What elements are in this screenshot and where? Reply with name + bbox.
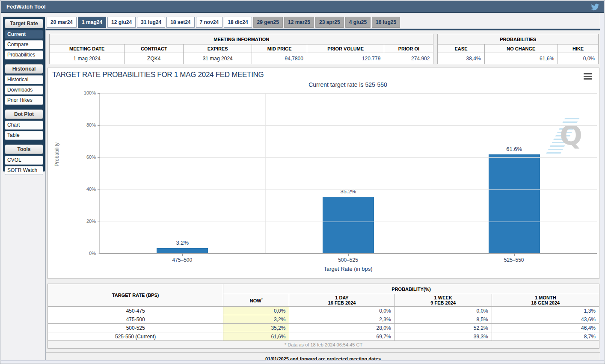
gridline [100,189,597,190]
sidebar-section-tools: ToolsCVOLSOFR Watch [5,145,43,175]
y-tick-label: 60% [76,154,96,160]
y-tick [98,222,100,222]
y-tick [98,254,100,254]
panel-title: MEETING INFORMATION [50,34,433,44]
y-tick-label: 100% [76,90,96,95]
rate-label: 450-475 [48,307,223,315]
y-tick-label: 40% [76,186,96,192]
prob-value-now: 3,2% [223,315,289,324]
horizontal-scrollbar[interactable] [1,360,604,363]
tab-29-gen25[interactable]: 29 gen25 [253,17,283,28]
value-prior-volume: 120.779 [307,53,384,64]
sidebar-item-table[interactable]: Table [5,131,43,140]
tab-31-lug24[interactable]: 31 lug24 [137,17,165,28]
prob-value-1-month: 8,7% [492,332,599,341]
column-header-1-month: 1 MONTH18 GEN 2024 [492,294,599,307]
prob-value-1-week: 52,2% [394,324,492,332]
twitter-icon[interactable] [591,3,599,11]
gridline [100,157,597,158]
prob-value-1-day: 0,0% [289,307,394,315]
sidebar-item-downloads[interactable]: Downloads [5,86,43,95]
prob-value-1-month: 43,6% [492,315,599,324]
column-header-expires: EXPIRES [184,44,252,53]
sidebar-header-target-rate: Target Rate [5,19,43,28]
y-tick-label: 0% [76,251,96,256]
gridline [100,125,597,126]
sidebar-item-current[interactable]: Current [5,30,43,39]
table-row-450-475: 450-4750,0%0,0%0,0%1,3% [48,307,599,315]
sidebar-item-sofr-watch[interactable]: SOFR Watch [5,166,43,175]
sidebar-section-target-rate: Target RateCurrentCompareProbabilities [5,19,43,59]
prob-value-1-month: 1,3% [492,307,599,315]
vertical-scrollbar[interactable] [600,14,604,363]
y-tick-label: 20% [76,219,96,224]
column-header-mid-price: MID PRICE [252,44,307,53]
prob-value-1-week: 39,3% [394,332,492,341]
sidebar-section-historical: HistoricalHistoricalDownloadsPrior Hikes [5,64,43,105]
bar-columns: 3.2%35.2%61.6% [100,93,597,253]
value-expires: 31 mag 2024 [184,53,252,64]
tab-23-apr25[interactable]: 23 apr25 [315,17,344,28]
tab-4-giu25[interactable]: 4 giu25 [345,17,371,28]
meeting-date-tabs: 20 mar241 mag2412 giu2431 lug2418 set247… [47,17,599,29]
probabilities-summary-table: PROBABILITIESEASENO CHANGEHIKE38,4%61,6%… [437,34,599,64]
value-meeting-date: 1 mag 2024 [50,53,125,64]
prob-value-1-week: 0,0% [394,307,492,315]
prob-value-1-week: 8,5% [394,315,492,324]
tab-12-mar25[interactable]: 12 mar25 [284,17,314,28]
value-contract: ZQK4 [125,53,184,64]
target-rate-bps-header: TARGET RATE (BPS) [48,284,223,307]
value-no-change: 61,6% [484,53,558,64]
tab-7-nov24[interactable]: 7 nov24 [196,17,223,28]
x-tick-label: 475–500 [99,257,265,263]
prob-value-now: 35,2% [223,324,289,332]
tab-16-lug25[interactable]: 16 lug25 [372,17,400,28]
value-hike: 0,0% [558,53,599,64]
sidebar-item-compare[interactable]: Compare [5,40,43,49]
y-tick [98,125,100,126]
column-header-now: NOW* [223,294,289,307]
sidebar-item-cvol[interactable]: CVOL [5,156,43,165]
value-mid-price: 94,7800 [252,53,307,64]
bar-column-525-550: 61.6% [431,93,597,253]
bar-value-label: 61.6% [431,146,597,152]
tab-20-mar24[interactable]: 20 mar24 [47,17,77,28]
column-header-meeting-date: MEETING DATE [50,44,125,53]
prob-value-now: 61,6% [223,332,289,341]
value-prior-oi: 274.902 [384,53,433,64]
column-header-prior-volume: PRIOR VOLUME [307,44,384,53]
column-header-hike: HIKE [558,44,599,53]
sidebar-item-prior-hikes[interactable]: Prior Hikes [5,96,43,105]
fedwatch-app: FedWatch Tool Target RateCurrentCompareP… [0,0,605,364]
title-bar: FedWatch Tool [1,1,604,13]
probability-group-header: PROBABILITY(%) [223,284,599,294]
sidebar-item-chart[interactable]: Chart [5,121,43,130]
chart-menu-icon[interactable] [584,73,592,81]
sidebar-item-probabilities[interactable]: Probabilities [5,50,43,59]
meeting-information-table: MEETING INFORMATIONMEETING DATECONTRACTE… [49,34,433,64]
rate-label: 500-525 [48,324,223,332]
gridline [100,222,597,222]
sidebar-header-dot-plot: Dot Plot [5,109,43,119]
bar-column-475-500: 3.2% [100,93,265,253]
sidebar-item-historical[interactable]: Historical [5,75,43,84]
column-header-1-week: 1 WEEK9 FEB 2024 [394,294,492,307]
plot-area: 3.2%35.2%61.6% Q 100%80%60%40%20%0% [99,93,597,254]
app-title: FedWatch Tool [6,3,46,10]
tab-18-dic24[interactable]: 18 dic24 [224,17,252,28]
y-axis-title: Probability [54,142,60,166]
probability-history-table: TARGET RATE (BPS)PROBABILITY(%)NOW*1 DAY… [47,284,599,349]
chart-subtitle: Current target rate is 525-550 [99,81,596,88]
prob-value-1-day: 69,7% [289,332,394,341]
column-header-1-day: 1 DAY16 FEB 2024 [289,294,394,307]
tab-12-giu24[interactable]: 12 giu24 [107,17,136,28]
column-header-no-change: NO CHANGE [484,44,558,53]
sidebar-header-tools: Tools [5,145,43,154]
tab-1-mag24[interactable]: 1 mag24 [78,17,106,28]
bar [323,197,374,253]
sidebar-header-historical: Historical [5,64,43,74]
panel-title: PROBABILITIES [438,34,599,44]
prob-value-1-month: 46,4% [492,324,599,332]
rate-label: 475-500 [48,315,223,324]
tab-18-set24[interactable]: 18 set24 [166,17,194,28]
